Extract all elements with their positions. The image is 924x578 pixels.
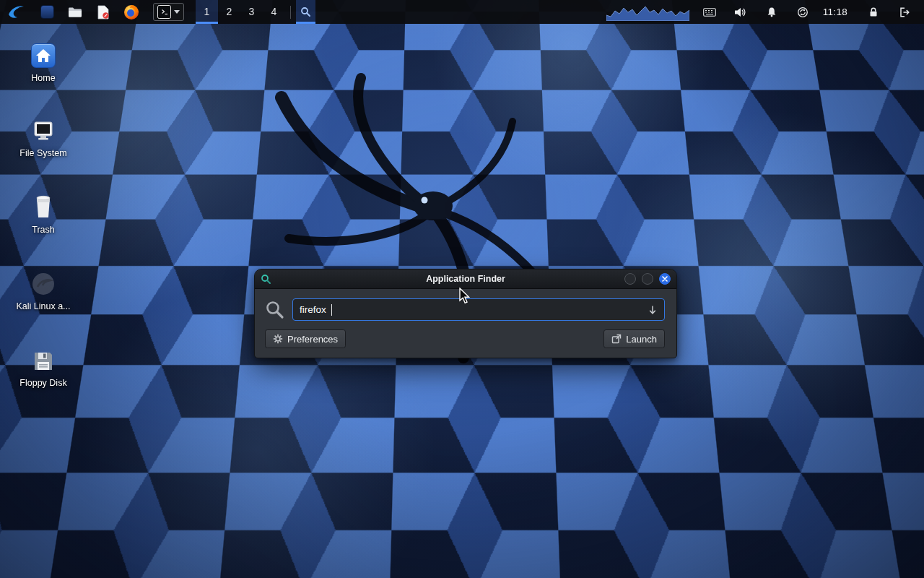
- clock[interactable]: 11:18: [823, 7, 847, 17]
- launch-label: Launch: [626, 334, 657, 345]
- blue-window-icon: [40, 5, 54, 19]
- search-input[interactable]: firefox: [292, 298, 665, 321]
- preferences-button[interactable]: Preferences: [265, 329, 346, 348]
- cpu-graph-icon[interactable]: [606, 4, 689, 21]
- firefox-launcher[interactable]: [121, 1, 142, 22]
- search-input-value: firefox: [300, 304, 326, 315]
- terminal-launcher[interactable]: [153, 3, 184, 21]
- workspace-1[interactable]: 1: [196, 0, 218, 24]
- workspace-1-label: 1: [204, 6, 210, 17]
- desktop-icon-floppy-disk[interactable]: Floppy Disk: [3, 350, 84, 388]
- close-button[interactable]: [659, 273, 671, 285]
- workspace-2[interactable]: 2: [218, 0, 240, 24]
- titlebar[interactable]: Application Finder: [255, 269, 676, 289]
- volume-icon: [734, 7, 746, 17]
- trash-icon: [32, 194, 54, 220]
- desktop-icon-file-system[interactable]: File System: [3, 118, 84, 158]
- lock-icon: [868, 7, 879, 17]
- maximize-button[interactable]: [642, 273, 653, 285]
- chevron-down-icon: [174, 10, 180, 14]
- bell-icon: [766, 7, 777, 17]
- keyboard-layout-button[interactable]: [699, 1, 720, 22]
- workspace-4-label: 4: [271, 6, 277, 17]
- updates-icon: [797, 7, 808, 18]
- workspace-switcher: 1 2 3 4: [196, 0, 285, 24]
- text-caret: [331, 304, 333, 316]
- text-editor-launcher[interactable]: [92, 1, 114, 22]
- close-icon: [662, 276, 668, 282]
- kali-docs-icon: [31, 272, 56, 296]
- gear-icon: [273, 334, 283, 344]
- floppy-disk-icon: [32, 350, 55, 373]
- logout-button[interactable]: [894, 1, 915, 22]
- kali-logo-icon: [7, 3, 26, 22]
- top-panel: 1 2 3 4: [0, 0, 924, 24]
- desktop-icon-kali-docs[interactable]: Kali Linux a...: [3, 272, 84, 311]
- keyboard-icon: [703, 8, 716, 17]
- window-title: Application Finder: [255, 274, 676, 284]
- window-app-launcher[interactable]: [36, 1, 58, 22]
- taskbar-item-application-finder[interactable]: [296, 0, 315, 24]
- updates-button[interactable]: [792, 1, 814, 22]
- launch-button[interactable]: Launch: [603, 329, 665, 348]
- desktop-icon-label: Kali Linux a...: [16, 301, 70, 311]
- down-arrow-icon[interactable]: [648, 305, 658, 315]
- minimize-button[interactable]: [624, 273, 636, 285]
- folder-icon: [68, 7, 82, 18]
- desktop-icon-label: Floppy Disk: [19, 378, 66, 388]
- workspace-3-label: 3: [249, 6, 255, 17]
- app-finder-icon: [261, 274, 271, 285]
- lock-screen-button[interactable]: [863, 1, 884, 22]
- document-icon: [97, 5, 110, 20]
- desktop-icon-label: Home: [31, 73, 55, 83]
- button-row: Preferences Launch: [265, 329, 665, 348]
- application-finder-window: Application Finder firefox: [254, 269, 677, 358]
- volume-button[interactable]: [730, 1, 751, 22]
- filesystem-icon: [31, 118, 56, 143]
- desktop-icon-label: Trash: [32, 225, 55, 235]
- workspace-2-label: 2: [227, 6, 232, 17]
- preferences-label: Preferences: [287, 334, 338, 345]
- desktop-icon-trash[interactable]: Trash: [3, 194, 84, 235]
- desktop-icon-home[interactable]: Home: [3, 43, 84, 83]
- logout-icon: [899, 7, 910, 18]
- notifications-button[interactable]: [761, 1, 783, 22]
- home-icon: [31, 43, 56, 68]
- magnifier-icon: [265, 300, 284, 319]
- panel-status-area: 11:18: [606, 1, 918, 22]
- quick-launchers: [36, 1, 184, 22]
- window-body: firefox Preferen: [255, 289, 676, 358]
- workspace-3[interactable]: 3: [240, 0, 263, 24]
- panel-separator: [290, 6, 291, 19]
- window-controls: [624, 273, 671, 285]
- file-manager-launcher[interactable]: [64, 1, 86, 22]
- launch-icon: [611, 334, 622, 344]
- kali-menu-button[interactable]: [6, 1, 27, 22]
- workspace-4[interactable]: 4: [263, 0, 285, 24]
- search-row: firefox: [265, 298, 665, 321]
- desktop-icon-label: File System: [19, 148, 66, 158]
- firefox-icon: [123, 4, 139, 20]
- terminal-icon: [157, 5, 171, 19]
- finder-magnifier-icon: [300, 7, 311, 17]
